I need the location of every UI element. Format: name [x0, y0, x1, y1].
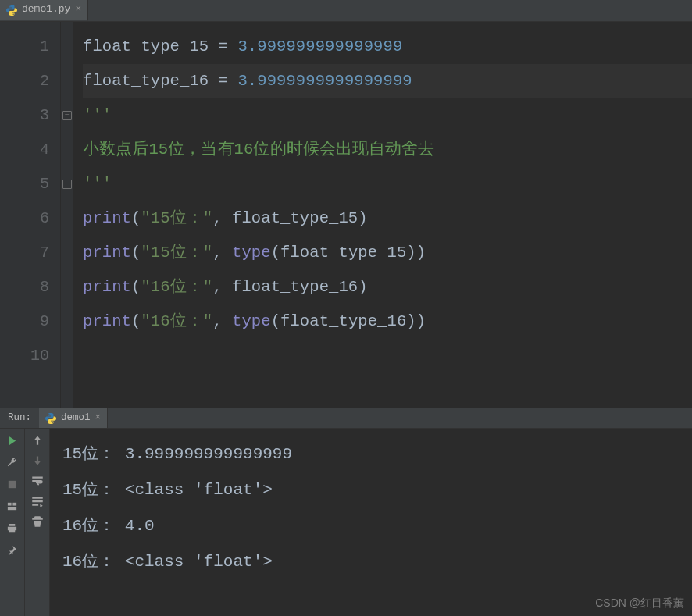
- code-line: ''': [83, 98, 692, 133]
- console-line: 15位： <class 'float'>: [62, 472, 692, 508]
- code-line: ''': [83, 167, 692, 201]
- run-icon[interactable]: [5, 433, 20, 447]
- python-icon: [6, 5, 17, 16]
- stop-icon[interactable]: [5, 477, 20, 491]
- code-line: float_type_15 = 3.999999999999999: [83, 30, 692, 64]
- code-line: [83, 339, 692, 373]
- layout-icon[interactable]: [5, 499, 20, 513]
- console-line: 16位： <class 'float'>: [62, 544, 692, 580]
- run-toolbar-left: [0, 429, 25, 616]
- code-line: float_type_16 = 3.9999999999999999: [83, 64, 692, 98]
- trash-icon[interactable]: [30, 515, 45, 529]
- wrench-icon[interactable]: [5, 455, 20, 469]
- arrow-down-icon[interactable]: [30, 454, 45, 468]
- run-label: Run:: [0, 411, 39, 426]
- run-header: Run: demo1 ×: [0, 408, 692, 429]
- svg-rect-2: [12, 502, 16, 505]
- soft-wrap-icon[interactable]: [30, 474, 45, 488]
- svg-rect-3: [8, 507, 16, 510]
- editor-tab-demo1[interactable]: demo1.py ×: [0, 0, 88, 21]
- run-toolbar-inner: [25, 429, 50, 616]
- code-line: print("16位：", type(float_type_16)): [83, 304, 692, 339]
- python-icon: [45, 413, 56, 424]
- print-icon[interactable]: [5, 521, 20, 535]
- line-number-gutter: 123 456 789 10: [0, 22, 61, 408]
- editor-tabbar: demo1.py ×: [0, 0, 692, 22]
- fold-icon[interactable]: −: [62, 180, 72, 189]
- code-area[interactable]: float_type_15 = 3.999999999999999 float_…: [73, 22, 692, 408]
- arrow-up-icon[interactable]: [30, 433, 45, 447]
- fold-icon[interactable]: −: [62, 111, 72, 120]
- code-line: print("15位：", type(float_type_15)): [83, 236, 692, 270]
- console-line: 15位： 3.999999999999999: [62, 436, 692, 472]
- console-output[interactable]: 15位： 3.999999999999999 15位： <class 'floa…: [50, 429, 692, 616]
- code-line: print("15位：", float_type_15): [83, 201, 692, 236]
- fold-column: − −: [61, 22, 73, 408]
- watermark: CSDN @红目香薰: [595, 596, 684, 611]
- run-panel: Run: demo1 × 15位： 3.999999999999: [0, 408, 692, 616]
- run-tab-name: demo1: [61, 411, 91, 426]
- console-line: 16位： 4.0: [62, 508, 692, 544]
- close-run-tab-icon[interactable]: ×: [95, 411, 102, 426]
- code-line: 小数点后15位，当有16位的时候会出现自动舍去: [83, 133, 692, 167]
- code-editor[interactable]: 123 456 789 10 − − float_type_15 = 3.999…: [0, 22, 692, 408]
- pin-icon[interactable]: [5, 543, 20, 557]
- close-tab-icon[interactable]: ×: [75, 2, 81, 16]
- scroll-to-end-icon[interactable]: [30, 494, 45, 508]
- code-line: print("16位：", float_type_16): [83, 270, 692, 304]
- tab-filename: demo1.py: [22, 2, 70, 16]
- run-tab[interactable]: demo1 ×: [39, 408, 108, 428]
- svg-rect-0: [9, 480, 16, 487]
- svg-rect-1: [8, 502, 12, 505]
